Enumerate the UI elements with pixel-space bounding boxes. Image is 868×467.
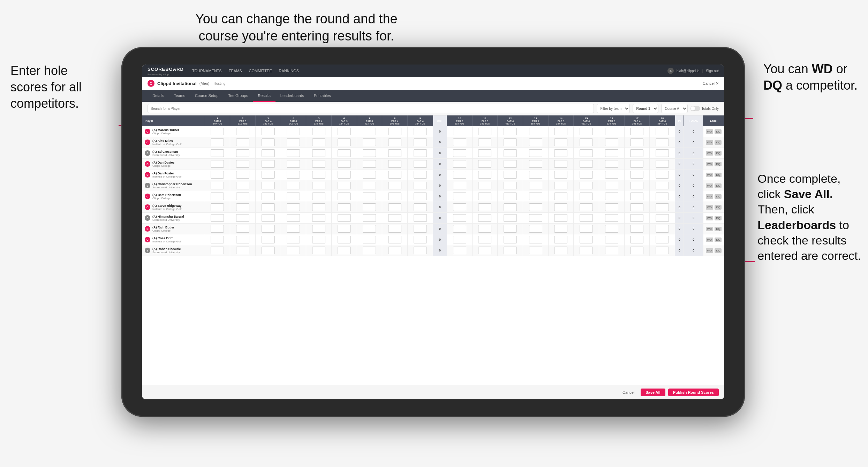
hole-14-score[interactable] — [548, 234, 574, 245]
score-input-hole-15[interactable] — [580, 182, 593, 189]
score-input-hole-5[interactable] — [312, 236, 325, 243]
score-input-hole-12[interactable] — [504, 128, 517, 135]
hole-10-score[interactable] — [447, 159, 472, 170]
score-input-hole-10[interactable] — [453, 128, 466, 135]
score-input-hole-18[interactable] — [656, 247, 669, 254]
score-input-hole-2[interactable] — [236, 203, 249, 211]
hole-18-score[interactable] — [650, 137, 675, 148]
hole-3-score[interactable] — [255, 213, 281, 224]
hole-8-score[interactable] — [382, 180, 408, 191]
round-select[interactable]: Round 1 — [633, 104, 658, 113]
filter-team-select[interactable]: Filter by team — [597, 104, 630, 113]
dq-button[interactable]: DQ — [715, 129, 722, 134]
hole-3-score[interactable] — [255, 191, 281, 202]
score-input-hole-5[interactable] — [312, 182, 325, 189]
score-input-hole-1[interactable] — [211, 203, 224, 211]
hole-16-score[interactable] — [599, 137, 624, 148]
score-input-hole-14[interactable] — [554, 247, 567, 254]
hole-17-score[interactable] — [624, 191, 650, 202]
hole-10-score[interactable] — [447, 213, 472, 224]
score-input-hole-16[interactable] — [605, 214, 618, 222]
score-input-hole-12[interactable] — [504, 149, 517, 157]
hole-15-score[interactable] — [574, 234, 599, 245]
hole-10-score[interactable] — [447, 234, 472, 245]
hole-6-score[interactable] — [331, 170, 357, 180]
score-input-hole-17[interactable] — [630, 160, 643, 168]
score-input-hole-8[interactable] — [388, 160, 401, 168]
score-input-hole-12[interactable] — [504, 193, 517, 200]
score-input-hole-5[interactable] — [312, 138, 325, 146]
hole-16-score[interactable] — [599, 224, 624, 234]
hole-1-score[interactable] — [205, 159, 230, 170]
score-input-hole-2[interactable] — [236, 193, 249, 200]
score-input-hole-6[interactable] — [338, 193, 351, 200]
score-input-hole-11[interactable] — [478, 138, 491, 146]
score-input-hole-4[interactable] — [287, 138, 300, 146]
hole-17-score[interactable] — [624, 245, 650, 256]
score-input-hole-10[interactable] — [453, 236, 466, 243]
score-input-hole-9[interactable] — [414, 247, 427, 254]
score-input-hole-6[interactable] — [338, 138, 351, 146]
score-input-hole-6[interactable] — [338, 203, 351, 211]
hole-1-score[interactable] — [205, 137, 230, 148]
hole-1-score[interactable] — [205, 213, 230, 224]
hole-8-score[interactable] — [382, 202, 408, 213]
score-input-hole-18[interactable] — [656, 203, 669, 211]
score-input-hole-14[interactable] — [554, 182, 567, 189]
score-input-hole-3[interactable] — [262, 182, 275, 189]
score-input-hole-14[interactable] — [554, 149, 567, 157]
hole-8-score[interactable] — [382, 159, 408, 170]
score-input-hole-13[interactable] — [529, 214, 542, 222]
score-input-hole-13[interactable] — [529, 193, 542, 200]
wd-dq-cell[interactable]: WD DQ — [703, 180, 724, 191]
score-table-container[interactable]: Player 1 PAR 4 340 YDS 2 PAR 5 511 YDS — [142, 115, 724, 385]
score-input-hole-16[interactable] — [605, 149, 618, 157]
hole-4-score[interactable] — [281, 159, 306, 170]
wd-dq-cell[interactable]: WD DQ — [703, 191, 724, 202]
score-input-hole-9[interactable] — [414, 214, 427, 222]
score-input-hole-1[interactable] — [211, 128, 224, 135]
hole-15-score[interactable] — [574, 180, 599, 191]
course-select[interactable]: Course A — [661, 104, 688, 113]
score-input-hole-1[interactable] — [211, 193, 224, 200]
hole-12-score[interactable] — [498, 170, 523, 180]
hole-9-score[interactable] — [407, 234, 433, 245]
score-input-hole-14[interactable] — [554, 171, 567, 179]
score-input-hole-1[interactable] — [211, 225, 224, 233]
score-input-hole-17[interactable] — [630, 138, 643, 146]
hole-16-score[interactable] — [599, 170, 624, 180]
hole-10-score[interactable] — [447, 245, 472, 256]
score-input-hole-4[interactable] — [287, 203, 300, 211]
score-input-hole-18[interactable] — [656, 236, 669, 243]
hole-17-score[interactable] — [624, 126, 650, 137]
score-input-hole-16[interactable] — [605, 236, 618, 243]
score-input-hole-11[interactable] — [478, 182, 491, 189]
score-input-hole-1[interactable] — [211, 182, 224, 189]
hole-16-score[interactable] — [599, 126, 624, 137]
hole-2-score[interactable] — [230, 180, 256, 191]
hole-14-score[interactable] — [548, 224, 574, 234]
hole-6-score[interactable] — [331, 137, 357, 148]
hole-11-score[interactable] — [472, 170, 498, 180]
hole-15-score[interactable] — [574, 170, 599, 180]
hole-11-score[interactable] — [472, 180, 498, 191]
hole-8-score[interactable] — [382, 170, 408, 180]
hole-4-score[interactable] — [281, 170, 306, 180]
hole-1-score[interactable] — [205, 224, 230, 234]
hole-8-score[interactable] — [382, 191, 408, 202]
hole-4-score[interactable] — [281, 245, 306, 256]
score-input-hole-4[interactable] — [287, 171, 300, 179]
score-input-hole-18[interactable] — [656, 149, 669, 157]
score-input-hole-3[interactable] — [262, 138, 275, 146]
hole-5-score[interactable] — [306, 126, 332, 137]
score-input-hole-13[interactable] — [529, 138, 542, 146]
hole-3-score[interactable] — [255, 202, 281, 213]
hole-18-score[interactable] — [650, 202, 675, 213]
score-input-hole-3[interactable] — [262, 236, 275, 243]
score-input-hole-15[interactable] — [580, 236, 593, 243]
score-input-hole-3[interactable] — [262, 128, 275, 135]
wd-dq-cell[interactable]: WD DQ — [703, 159, 724, 170]
hole-15-score[interactable] — [574, 148, 599, 159]
hole-10-score[interactable] — [447, 148, 472, 159]
hole-15-score[interactable] — [574, 191, 599, 202]
